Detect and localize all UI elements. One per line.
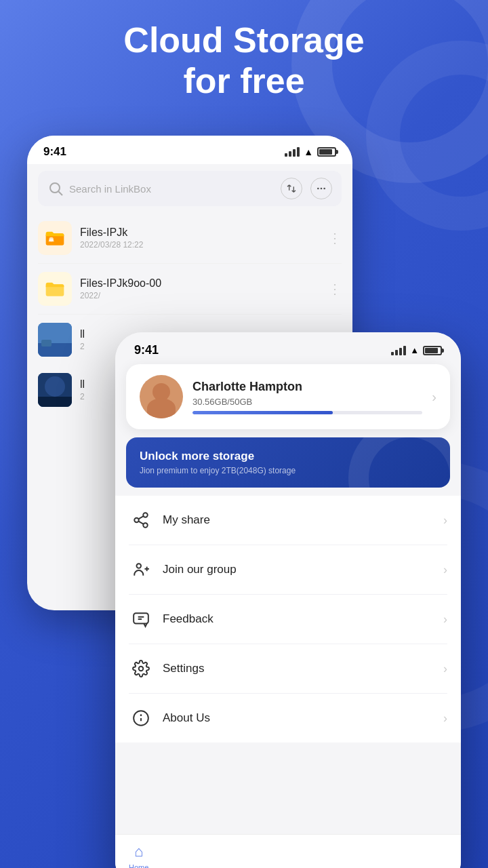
back-phone-time: 9:41 [43, 145, 66, 159]
front-phone-status-bar: 9:41 ▲ [115, 332, 461, 364]
file-date-2: 2022/ [80, 291, 320, 300]
front-signal-icon [391, 346, 406, 355]
nav-item-home[interactable]: ⌂ Home [129, 843, 148, 868]
back-phone-status-icons: ▲ [285, 146, 336, 157]
profile-card[interactable]: Charlotte Hampton 30.56GB/50GB › [126, 364, 450, 429]
menu-list: My share › Join our group › [115, 496, 461, 743]
svg-point-3 [321, 188, 323, 190]
settings-chevron: › [443, 662, 447, 676]
unlock-banner[interactable]: Unlock more storage Jion premium to enjo… [126, 437, 450, 488]
home-icon: ⌂ [134, 843, 143, 861]
settings-icon [129, 656, 153, 681]
join-group-label: Join our group [163, 563, 434, 576]
svg-line-18 [138, 516, 143, 519]
svg-point-15 [134, 518, 139, 523]
front-wifi-icon: ▲ [410, 345, 419, 355]
front-phone-time: 9:41 [134, 343, 159, 357]
menu-item-feedback[interactable]: Feedback › [129, 595, 447, 644]
profile-info: Charlotte Hampton 30.56GB/50GB [192, 380, 422, 414]
menu-item-my-share[interactable]: My share › [129, 496, 447, 545]
file-item-1[interactable]: Files-IPJk 2022/03/28 12:22 ⋮ [38, 213, 342, 264]
feedback-chevron: › [443, 612, 447, 627]
thumb-img-2 [38, 373, 72, 407]
file-info-1: Files-IPJk 2022/03/28 12:22 [80, 226, 320, 250]
feedback-icon [129, 607, 153, 631]
info-icon [129, 706, 153, 730]
menu-item-settings[interactable]: Settings › [129, 644, 447, 694]
signal-icon [285, 147, 300, 157]
svg-rect-13 [38, 397, 72, 407]
home-label: Home [129, 863, 148, 868]
profile-storage-text: 30.56GB/50GB [192, 397, 422, 407]
svg-point-0 [50, 183, 60, 193]
file-item-2[interactable]: Files-IPJk9oo-00 2022/ ⋮ [38, 264, 342, 315]
svg-point-4 [323, 188, 325, 190]
unlock-title: Unlock more storage [140, 450, 436, 463]
feedback-label: Feedback [163, 612, 434, 626]
storage-bar-fill [192, 411, 333, 414]
svg-point-16 [143, 523, 148, 528]
back-phone-status-bar: 9:41 ▲ [27, 136, 352, 164]
about-us-label: About Us [163, 711, 434, 725]
file-info-2: Files-IPJk9oo-00 2022/ [80, 277, 320, 300]
front-battery-icon [423, 346, 442, 355]
join-group-chevron: › [443, 563, 447, 577]
file-name-2: Files-IPJk9oo-00 [80, 277, 320, 290]
svg-rect-22 [134, 613, 148, 623]
storage-bar [192, 411, 422, 414]
share-icon [129, 508, 153, 532]
svg-point-2 [317, 188, 319, 190]
file-date-1: 2022/03/28 12:22 [80, 240, 320, 250]
thumb-img-1 [38, 323, 72, 357]
svg-rect-10 [41, 340, 52, 347]
file-name-1: Files-IPJk [80, 226, 320, 239]
menu-item-join-group[interactable]: Join our group › [129, 545, 447, 595]
sort-icon[interactable] [281, 178, 302, 199]
my-share-chevron: › [443, 513, 447, 528]
search-bar[interactable]: Search in LinkBox [38, 171, 342, 206]
search-placeholder: Search in LinkBox [69, 183, 151, 195]
file-more-icon-2[interactable]: ⋮ [328, 281, 342, 297]
about-us-chevron: › [443, 711, 447, 726]
profile-chevron-icon: › [432, 389, 436, 405]
settings-label: Settings [163, 662, 434, 675]
svg-point-12 [45, 376, 65, 397]
file-more-icon-1[interactable]: ⋮ [328, 230, 342, 246]
my-share-label: My share [163, 513, 434, 527]
wifi-icon: ▲ [304, 146, 313, 157]
unlock-subtitle: Jion premium to enjoy 2TB(2048G) storage [140, 466, 436, 475]
bottom-nav: ⌂ Home [115, 834, 461, 868]
front-phone: 9:41 ▲ Charlotte Hampton 30.56GB/50GB › [115, 332, 461, 868]
hero-title: Cloud Storage for free [0, 20, 488, 102]
svg-point-23 [139, 667, 144, 671]
svg-point-14 [143, 513, 148, 517]
profile-name: Charlotte Hampton [192, 380, 422, 394]
front-phone-status-icons: ▲ [391, 345, 442, 355]
menu-item-about-us[interactable]: About Us › [129, 694, 447, 743]
folder-icon-orange [38, 221, 72, 255]
avatar [140, 375, 183, 418]
battery-icon [317, 147, 336, 157]
group-icon [129, 557, 153, 582]
svg-line-1 [59, 192, 63, 196]
search-icon [47, 180, 64, 197]
svg-line-17 [138, 521, 143, 524]
svg-point-19 [137, 564, 142, 568]
more-options-icon[interactable] [310, 178, 332, 199]
folder-icon-yellow [38, 272, 72, 306]
